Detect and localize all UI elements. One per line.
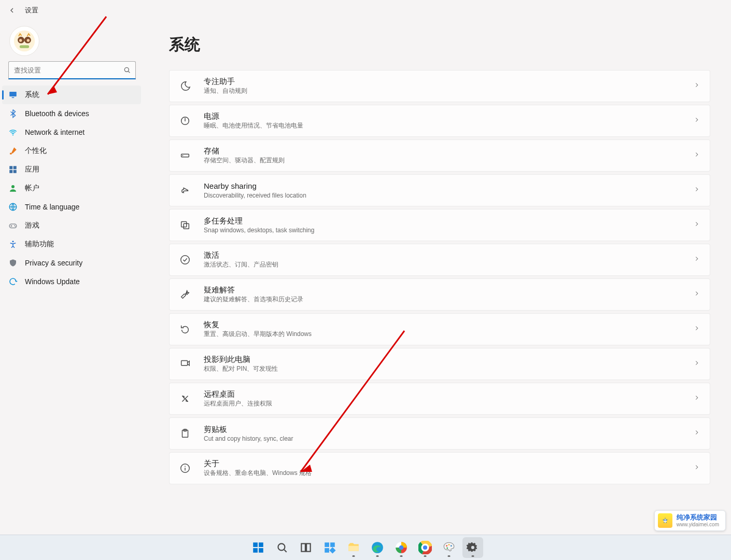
card-title: 多任务处理	[204, 216, 314, 226]
taskbar-explorer[interactable]	[343, 537, 364, 558]
settings-card-list: 专注助手通知、自动规则 电源睡眠、电池使用情况、节省电池电量 存储存储空间、驱动…	[169, 70, 710, 484]
svg-rect-12	[301, 543, 305, 551]
settings-card-troubleshoot[interactable]: 疑难解答建议的疑难解答、首选项和历史记录	[169, 278, 710, 311]
back-button[interactable]	[4, 3, 20, 18]
sidebar-item-label: 系统	[25, 90, 39, 100]
sidebar-item-timelang[interactable]: Time & language	[2, 198, 141, 216]
settings-card-project[interactable]: 投影到此电脑权限、配对 PIN、可发现性	[169, 348, 710, 380]
card-subtitle: 权限、配对 PIN、可发现性	[204, 365, 278, 373]
svg-point-27	[448, 544, 450, 545]
sync-icon	[8, 277, 18, 286]
sidebar-item-apps[interactable]: 应用	[2, 160, 141, 179]
grid-icon	[8, 165, 18, 174]
sidebar-item-label: Bluetooth & devices	[25, 109, 89, 118]
sidebar-item-label: 帐户	[25, 184, 39, 193]
taskbar-search[interactable]	[272, 537, 292, 558]
taskbar-start[interactable]	[248, 537, 269, 558]
settings-card-activation[interactable]: 激活激活状态、订阅、产品密钥	[169, 244, 710, 276]
clipboard-icon	[178, 426, 192, 441]
svg-point-4	[27, 39, 30, 42]
monitor-icon	[8, 90, 18, 100]
svg-rect-7	[253, 542, 258, 547]
card-title: 关于	[204, 459, 312, 469]
search-field[interactable]	[13, 66, 123, 75]
svg-point-28	[451, 545, 452, 547]
share-icon	[178, 183, 192, 198]
card-subtitle: 存储空间、驱动器、配置规则	[204, 156, 285, 165]
settings-card-remote[interactable]: 远程桌面远程桌面用户、连接权限	[169, 383, 710, 415]
search-input[interactable]	[8, 61, 136, 79]
chevron-right-icon	[693, 151, 700, 160]
sidebar-item-system[interactable]: 系统	[2, 86, 141, 104]
chevron-right-icon	[693, 429, 700, 438]
svg-point-6	[124, 67, 129, 72]
sidebar-item-personalize[interactable]: 个性化	[2, 142, 141, 160]
svg-point-26	[446, 545, 447, 547]
card-subtitle: Cut and copy history, sync, clear	[204, 435, 293, 442]
chevron-right-icon	[693, 186, 700, 195]
sidebar-item-label: Time & language	[25, 203, 79, 211]
sidebar-item-privacy[interactable]: Privacy & security	[2, 254, 141, 272]
settings-card-storage[interactable]: 存储存储空间、驱动器、配置规则	[169, 139, 710, 172]
sidebar-item-accessibility[interactable]: 辅助功能	[2, 235, 141, 254]
person-icon	[8, 184, 18, 193]
card-subtitle: 建议的疑难解答、首选项和历史记录	[204, 295, 303, 304]
svg-point-11	[278, 543, 285, 550]
card-subtitle: 设备规格、重命名电脑、Windows 规格	[204, 469, 312, 478]
svg-point-3	[19, 39, 22, 42]
settings-card-clipboard[interactable]: 剪贴板Cut and copy history, sync, clear	[169, 417, 710, 450]
watermark-badge: 纯净系统家园 www.yidaimei.com	[654, 510, 726, 531]
card-title: 电源	[204, 111, 303, 121]
card-subtitle: Discoverability, received files location	[204, 192, 306, 199]
taskbar-taskview[interactable]	[296, 537, 316, 558]
project-icon	[178, 357, 192, 371]
chevron-right-icon	[693, 464, 700, 473]
power-icon	[178, 114, 192, 128]
taskbar-paint[interactable]	[439, 537, 459, 558]
brush-icon	[8, 146, 18, 156]
sidebar-item-bluetooth[interactable]: Bluetooth & devices	[2, 104, 141, 123]
card-title: 激活	[204, 250, 278, 260]
settings-card-power[interactable]: 电源睡眠、电池使用情况、节省电池电量	[169, 105, 710, 137]
sidebar-item-accounts[interactable]: 帐户	[2, 179, 141, 198]
taskbar-settings[interactable]	[462, 537, 483, 558]
taskbar-app1[interactable]	[391, 537, 412, 558]
settings-card-recovery[interactable]: 恢复重置、高级启动、早期版本的 Windows	[169, 313, 710, 345]
card-subtitle: 睡眠、电池使用情况、节省电池电量	[204, 121, 303, 130]
settings-card-multitask[interactable]: 多任务处理Snap windows, desktops, task switch…	[169, 209, 710, 241]
taskbar-chrome[interactable]	[415, 537, 435, 558]
svg-point-25	[423, 545, 428, 550]
sidebar-item-update[interactable]: Windows Update	[2, 272, 141, 291]
svg-rect-14	[325, 542, 329, 547]
svg-rect-5	[20, 45, 29, 48]
settings-card-nearby[interactable]: Nearby sharingDiscoverability, received …	[169, 174, 710, 206]
taskbar-edge[interactable]	[367, 537, 388, 558]
profile-area[interactable]	[0, 21, 144, 61]
chevron-right-icon	[693, 394, 700, 403]
taskbar-widgets[interactable]	[319, 537, 340, 558]
main-content: 系统 专注助手通知、自动规则 电源睡眠、电池使用情况、节省电池电量 存储存储空间…	[144, 21, 731, 560]
svg-rect-10	[259, 548, 263, 553]
avatar	[9, 26, 39, 56]
chevron-right-icon	[693, 220, 700, 230]
card-subtitle: 激活状态、订阅、产品密钥	[204, 260, 278, 269]
card-title: 存储	[204, 146, 285, 156]
sidebar-item-network[interactable]: Network & internet	[2, 123, 141, 142]
chevron-right-icon	[693, 81, 700, 91]
sidebar-item-label: 个性化	[25, 146, 47, 156]
svg-point-20	[399, 545, 404, 550]
sidebar-item-label: Privacy & security	[25, 259, 82, 267]
sidebar-item-gaming[interactable]: 游戏	[2, 216, 141, 235]
bluetooth-icon	[8, 109, 18, 118]
card-title: 剪贴板	[204, 425, 293, 435]
sidebar-item-label: 辅助功能	[25, 240, 54, 249]
chevron-right-icon	[693, 255, 700, 264]
svg-rect-16	[325, 548, 329, 553]
watermark-name: 纯净系统家园	[677, 514, 719, 521]
watermark-url: www.yidaimei.com	[677, 522, 719, 527]
settings-card-about[interactable]: 关于设备规格、重命名电脑、Windows 规格	[169, 452, 710, 484]
wifi-icon	[8, 128, 18, 137]
settings-card-focus[interactable]: 专注助手通知、自动规则	[169, 70, 710, 102]
check-icon	[178, 253, 192, 267]
svg-rect-17	[329, 547, 335, 553]
